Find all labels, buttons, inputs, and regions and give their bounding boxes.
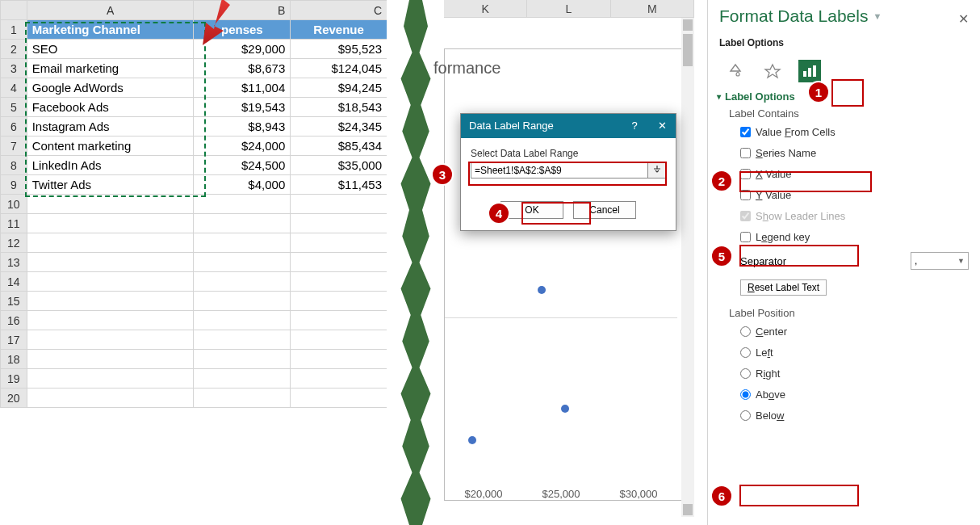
cell-B4[interactable]: $11,004 [194, 78, 291, 98]
label-range-input[interactable] [471, 163, 647, 178]
effects-icon[interactable] [761, 60, 784, 82]
row-header-1[interactable]: 1 [1, 20, 27, 40]
scroll-up-icon[interactable] [683, 19, 693, 31]
worksheet[interactable]: A B C 1 Marketing Channel penses Revenue… [0, 0, 387, 408]
col-header-L[interactable]: L [527, 0, 610, 18]
cell-B5[interactable]: $19,543 [194, 98, 291, 117]
position-center-option[interactable]: Center [740, 322, 969, 340]
data-point[interactable] [561, 405, 569, 413]
cell-A4[interactable]: Google AdWords [27, 78, 194, 98]
cell-C20[interactable] [291, 388, 387, 408]
position-left-option[interactable]: Left [740, 343, 969, 361]
cell-B2[interactable]: $29,000 [194, 40, 291, 59]
cell-B9[interactable]: $4,000 [194, 175, 291, 195]
cell-C5[interactable]: $18,543 [291, 98, 387, 117]
cell-A12[interactable] [27, 233, 194, 253]
pane-subtitle[interactable]: Label Options [719, 37, 969, 48]
cell-B1[interactable]: penses [194, 20, 291, 40]
cell-A9[interactable]: Twitter Ads [27, 175, 194, 195]
cell-C10[interactable] [291, 195, 387, 214]
fill-line-icon[interactable] [724, 60, 747, 82]
legend-key-option[interactable]: Legend key [740, 228, 969, 246]
value-from-cells-checkbox[interactable] [740, 127, 751, 137]
cell-C14[interactable] [291, 272, 387, 292]
y-value-checkbox[interactable] [740, 190, 751, 200]
cell-B8[interactable]: $24,500 [194, 156, 291, 175]
chart-plot-area[interactable] [445, 275, 677, 484]
position-below-option[interactable]: Below [740, 406, 969, 424]
cell-B6[interactable]: $8,943 [194, 117, 291, 136]
row-header-7[interactable]: 7 [1, 136, 27, 156]
row-header-16[interactable]: 16 [1, 311, 27, 330]
x-value-checkbox[interactable] [740, 169, 751, 179]
cell-C19[interactable] [291, 369, 387, 388]
cell-A3[interactable]: Email marketing [27, 59, 194, 78]
cell-C9[interactable]: $11,453 [291, 175, 387, 195]
position-right-radio[interactable] [740, 368, 751, 379]
row-header-13[interactable]: 13 [1, 253, 27, 272]
select-all-cell[interactable] [1, 1, 27, 20]
data-point[interactable] [538, 286, 546, 294]
row-header-9[interactable]: 9 [1, 175, 27, 195]
cell-C17[interactable] [291, 330, 387, 350]
cell-C12[interactable] [291, 233, 387, 253]
cell-A18[interactable] [27, 350, 194, 369]
cell-A10[interactable] [27, 195, 194, 214]
cell-C7[interactable]: $85,434 [291, 136, 387, 156]
cell-B19[interactable] [194, 369, 291, 388]
dialog-close-button[interactable]: ✕ [648, 114, 676, 138]
cell-A14[interactable] [27, 272, 194, 292]
cell-C4[interactable]: $94,245 [291, 78, 387, 98]
chevron-down-icon[interactable]: ▼ [873, 11, 882, 21]
separator-select[interactable]: , ▼ [911, 252, 969, 270]
row-header-4[interactable]: 4 [1, 78, 27, 98]
cell-C1[interactable]: Revenue [291, 20, 387, 40]
cell-B15[interactable] [194, 292, 291, 311]
x-value-option[interactable]: X Value [740, 165, 969, 183]
row-header-15[interactable]: 15 [1, 292, 27, 311]
row-header-19[interactable]: 19 [1, 369, 27, 388]
row-header-6[interactable]: 6 [1, 117, 27, 136]
cell-C11[interactable] [291, 214, 387, 233]
col-header-B[interactable]: B [194, 1, 291, 20]
cell-A2[interactable]: SEO [27, 40, 194, 59]
cell-B10[interactable] [194, 195, 291, 214]
cell-B7[interactable]: $24,000 [194, 136, 291, 156]
cell-B20[interactable] [194, 388, 291, 408]
data-point[interactable] [468, 436, 476, 444]
label-options-section[interactable]: Label Options [718, 90, 969, 103]
chart-title[interactable]: formance [433, 59, 500, 78]
cell-A7[interactable]: Content marketing [27, 136, 194, 156]
position-center-radio[interactable] [740, 326, 751, 337]
row-header-11[interactable]: 11 [1, 214, 27, 233]
cell-C8[interactable]: $35,000 [291, 156, 387, 175]
cell-A8[interactable]: LinkedIn Ads [27, 156, 194, 175]
scroll-thumb[interactable] [683, 34, 693, 66]
cell-B12[interactable] [194, 233, 291, 253]
label-options-icon[interactable] [798, 60, 821, 82]
reset-label-text-button[interactable]: Reset Label Text [740, 279, 827, 296]
series-name-checkbox[interactable] [740, 148, 751, 158]
cell-C6[interactable]: $24,345 [291, 117, 387, 136]
collapse-dialog-icon[interactable] [647, 163, 665, 178]
col-header-K[interactable]: K [444, 0, 527, 18]
series-name-option[interactable]: Series Name [740, 144, 969, 162]
cancel-button[interactable]: Cancel [573, 201, 636, 219]
position-right-option[interactable]: Right [740, 364, 969, 382]
position-below-radio[interactable] [740, 410, 751, 421]
row-header-8[interactable]: 8 [1, 156, 27, 175]
col-header-A[interactable]: A [27, 1, 194, 20]
cell-A15[interactable] [27, 292, 194, 311]
row-header-5[interactable]: 5 [1, 98, 27, 117]
row-header-12[interactable]: 12 [1, 233, 27, 253]
cell-C3[interactable]: $124,045 [291, 59, 387, 78]
row-header-10[interactable]: 10 [1, 195, 27, 214]
pane-close-button[interactable]: ✕ [958, 11, 969, 27]
row-header-18[interactable]: 18 [1, 350, 27, 369]
col-header-M[interactable]: M [611, 0, 694, 18]
cell-B14[interactable] [194, 272, 291, 292]
cell-A11[interactable] [27, 214, 194, 233]
value-from-cells-option[interactable]: Value From Cells [740, 123, 969, 141]
cell-B16[interactable] [194, 311, 291, 330]
position-above-option[interactable]: Above [740, 385, 969, 403]
